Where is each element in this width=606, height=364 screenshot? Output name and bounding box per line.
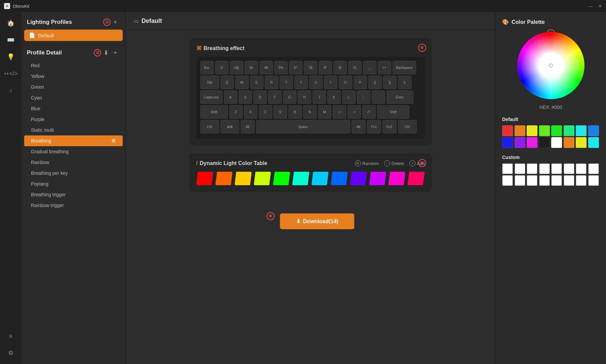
nav-keyboard[interactable]: ⌨️ (4, 33, 18, 47)
color-swatch-3[interactable] (254, 172, 271, 185)
key-y[interactable]: Y (294, 76, 308, 89)
color-swatch-4[interactable] (273, 172, 290, 185)
minimize-button[interactable]: — (589, 4, 593, 9)
key-v[interactable]: V (274, 105, 287, 119)
key-win[interactable]: ⊞⌘ (220, 120, 239, 133)
lighting-item-rainbow[interactable]: Rainbow (24, 157, 123, 168)
key-space[interactable]: Space (256, 120, 350, 133)
close-button[interactable]: ✕ (598, 4, 602, 9)
key-alt-left[interactable]: Alt (241, 120, 255, 133)
color-swatch-2[interactable] (235, 172, 252, 185)
color-wheel[interactable] (517, 32, 584, 99)
color-swatch-5[interactable] (292, 172, 309, 185)
key-backslash[interactable]: \| (398, 76, 411, 89)
lighting-item-breathing-trigger[interactable]: Breathing trigger (24, 189, 123, 200)
default-swatch-7[interactable] (588, 125, 599, 136)
key-z[interactable]: Z (229, 105, 243, 119)
key-o[interactable]: O (339, 76, 352, 89)
custom-swatch-13[interactable] (564, 175, 574, 186)
lighting-item-cyan[interactable]: Cyan (24, 92, 123, 103)
delete-button[interactable]: − Delete (384, 160, 404, 166)
default-swatch-11[interactable] (539, 137, 550, 148)
nav-settings[interactable]: ⚙ (4, 346, 18, 360)
nav-music[interactable]: ♪ (4, 83, 18, 97)
key-quote[interactable]: ' (372, 90, 385, 104)
key-period[interactable]: .> (348, 105, 361, 119)
key-ctrl-left[interactable]: Ctrl (200, 120, 219, 133)
key-d[interactable]: D (253, 90, 267, 104)
key-slash[interactable]: /? (362, 105, 376, 119)
custom-swatch-6[interactable] (576, 163, 587, 174)
key-b[interactable]: B (288, 105, 302, 119)
key-j[interactable]: J (313, 90, 326, 104)
lighting-item-purple[interactable]: Purple (24, 114, 123, 125)
lighting-item-yellow[interactable]: Yellow (24, 71, 123, 82)
key-4[interactable]: 4$ (259, 61, 273, 74)
lighting-item-static-multi[interactable]: Static multi (24, 125, 123, 135)
lighting-item-green[interactable]: Green (24, 82, 123, 92)
key-fn1[interactable]: Fn1 (367, 120, 381, 133)
color-swatch-11[interactable] (407, 172, 425, 185)
key-l[interactable]: L (342, 90, 356, 104)
key-m[interactable]: M (318, 105, 331, 119)
key-esc[interactable]: Esc (200, 61, 214, 74)
custom-swatch-1[interactable] (515, 163, 525, 174)
key-backspace[interactable]: Backspace (393, 61, 416, 74)
key-g[interactable]: G (283, 90, 296, 104)
lighting-item-breathing-per-key[interactable]: Breathing per key (24, 168, 123, 178)
key-equals[interactable]: =+ (378, 61, 391, 74)
key-s[interactable]: S (239, 90, 252, 104)
custom-swatch-0[interactable] (502, 163, 513, 174)
nav-lighting[interactable]: 💡 (4, 50, 18, 64)
profile-default[interactable]: 📄 Default (24, 30, 123, 41)
key-6[interactable]: 6^ (289, 61, 302, 74)
key-0[interactable]: 0) (348, 61, 362, 74)
key-h[interactable]: H (298, 90, 311, 104)
key-rbracket[interactable]: ]] (383, 76, 397, 89)
key-q[interactable]: Q (220, 76, 234, 89)
custom-swatch-7[interactable] (588, 163, 599, 174)
color-swatch-0[interactable] (196, 172, 213, 185)
key-9[interactable]: 9( (333, 61, 347, 74)
key-n[interactable]: N (303, 105, 317, 119)
key-shift-right[interactable]: Shift (377, 105, 409, 119)
key-shift-left[interactable]: Shift (200, 105, 228, 119)
key-c[interactable]: C (259, 105, 272, 119)
key-e[interactable]: E (250, 76, 264, 89)
key-enter[interactable]: Enter (387, 90, 413, 104)
add-lighting-button[interactable]: + (111, 48, 120, 57)
key-p[interactable]: P (354, 76, 367, 89)
key-3[interactable]: 3# (245, 61, 258, 74)
key-5[interactable]: 5% (274, 61, 288, 74)
nav-list[interactable]: ≡ (4, 329, 18, 343)
key-fn2[interactable]: Fn2 (382, 120, 397, 133)
lighting-item-red[interactable]: Red (24, 60, 123, 71)
color-swatch-7[interactable] (331, 172, 348, 185)
default-swatch-9[interactable] (515, 137, 525, 148)
color-swatch-8[interactable] (350, 172, 367, 185)
random-button[interactable]: ⟳ Random (355, 160, 379, 166)
key-7[interactable]: 7& (304, 61, 317, 74)
default-swatch-2[interactable] (527, 125, 537, 136)
default-swatch-1[interactable] (515, 125, 525, 136)
export-button[interactable]: ⬇ (101, 48, 111, 57)
color-swatch-6[interactable] (312, 172, 329, 185)
default-swatch-13[interactable] (564, 137, 574, 148)
key-minus[interactable]: -_ (363, 61, 376, 74)
custom-swatch-3[interactable] (539, 163, 550, 174)
default-swatch-14[interactable] (576, 137, 587, 148)
color-swatch-1[interactable] (215, 172, 233, 185)
key-u[interactable]: U (309, 76, 323, 89)
default-swatch-15[interactable] (588, 137, 599, 148)
key-i[interactable]: I (324, 76, 337, 89)
default-swatch-4[interactable] (551, 125, 562, 136)
default-swatch-10[interactable] (527, 137, 537, 148)
key-comma[interactable]: ,< (333, 105, 346, 119)
key-w[interactable]: W (235, 76, 249, 89)
key-lbracket[interactable]: [[ (368, 76, 382, 89)
key-r[interactable]: R (265, 76, 278, 89)
custom-swatch-10[interactable] (527, 175, 537, 186)
custom-swatch-5[interactable] (564, 163, 574, 174)
lighting-item-breathing[interactable]: Breathing ⌘ (24, 135, 123, 146)
lighting-item-poptang[interactable]: Poptang (24, 178, 123, 189)
